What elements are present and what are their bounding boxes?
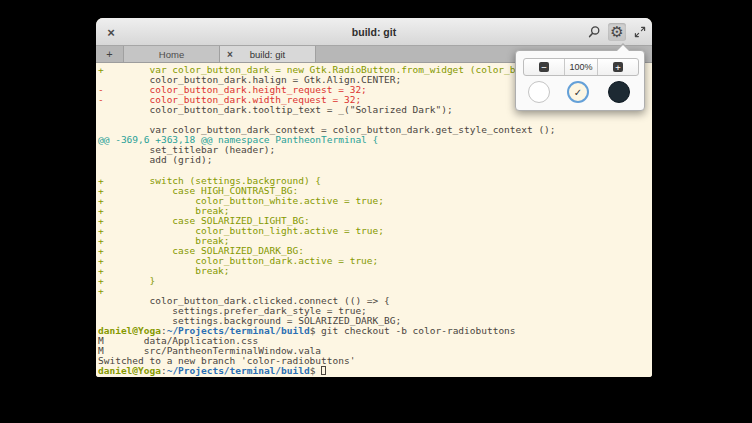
desktop-background: × build: git ⚙	[0, 0, 752, 423]
fullscreen-button[interactable]	[631, 23, 649, 41]
plus-icon: +	[613, 62, 623, 72]
new-tab-button[interactable]: +	[96, 46, 124, 62]
tab-build-git[interactable]: × build: git	[220, 46, 316, 62]
settings-button[interactable]: ⚙	[608, 23, 626, 41]
terminal-line: add (grid);	[98, 155, 652, 165]
terminal-line: + break;	[98, 266, 652, 276]
theme-circle-high-contrast[interactable]	[528, 81, 550, 103]
zoom-out-button[interactable]: −	[524, 59, 564, 75]
check-icon: ✓	[574, 87, 582, 98]
expand-icon	[634, 26, 646, 38]
terminal-line: + }	[98, 276, 652, 286]
zoom-level: 100%	[565, 59, 597, 75]
terminal-cursor	[321, 366, 326, 375]
tab-home[interactable]: Home	[124, 46, 220, 62]
terminal-line	[98, 165, 652, 175]
terminal-output: + var color_button_dark = new Gtk.RadioB…	[98, 65, 652, 376]
tab-close-icon[interactable]: ×	[227, 46, 233, 62]
search-icon	[587, 25, 601, 39]
theme-circle-solarized-light[interactable]: ✓	[567, 81, 589, 103]
window-title: build: git	[96, 18, 652, 46]
tab-label: Home	[159, 49, 184, 60]
settings-popover: − 100% + ✓	[515, 50, 645, 111]
terminal-line: daniel@Yoga:~/Projects/terminal/build$	[98, 366, 652, 376]
theme-selector: ✓	[516, 81, 644, 107]
search-button[interactable]	[585, 23, 603, 41]
gear-icon: ⚙	[610, 23, 623, 41]
zoom-in-button[interactable]: +	[598, 59, 638, 75]
titlebar[interactable]: × build: git ⚙	[96, 18, 652, 46]
minus-icon: −	[539, 62, 549, 72]
zoom-control: − 100% +	[523, 58, 639, 76]
tab-label: build: git	[250, 49, 285, 60]
theme-circle-solarized-dark[interactable]	[608, 81, 630, 103]
